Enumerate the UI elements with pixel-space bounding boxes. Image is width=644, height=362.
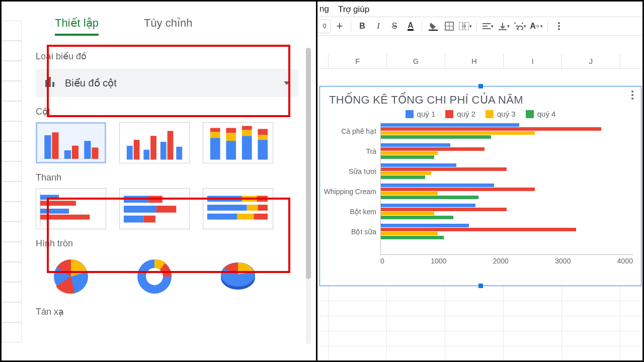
col-header-J[interactable]: J [562, 54, 620, 68]
bar [381, 147, 485, 151]
svg-rect-9 [92, 147, 98, 159]
bar [381, 196, 478, 199]
annotation-red-box-2 [47, 198, 290, 273]
chart-option-column-stacked[interactable] [203, 122, 273, 163]
editor-tabs: Thiết lập Tùy chỉnh [30, 7, 305, 39]
chart-option-column-grouped[interactable] [119, 122, 190, 163]
col-header-H[interactable]: H [445, 54, 504, 68]
bar [381, 167, 507, 171]
chart-legend: quý 1quý 2quý 3quý 4 [320, 110, 641, 118]
svg-rect-15 [168, 131, 174, 159]
empty-rows [317, 286, 642, 360]
chart-kebab-menu[interactable] [628, 89, 637, 101]
decimal-zero-button[interactable]: 0 [318, 19, 331, 33]
svg-rect-26 [258, 140, 268, 159]
menu-help[interactable]: Trợ giúp [338, 4, 369, 15]
svg-rect-19 [210, 128, 220, 132]
svg-point-67 [558, 25, 560, 27]
borders-button[interactable] [442, 19, 456, 33]
svg-rect-27 [258, 135, 268, 140]
group-scatter-label: Tán xạ [36, 306, 303, 317]
svg-rect-16 [176, 147, 182, 160]
scrollbar-thumb[interactable] [306, 48, 311, 279]
bar [381, 192, 438, 195]
tab-setup[interactable]: Thiết lập [55, 17, 99, 36]
svg-rect-8 [84, 141, 91, 159]
bar-group [381, 143, 485, 161]
chart-editor-panel: Thiết lập Tùy chỉnh Loại biểu đồ Biểu đồ… [2, 2, 317, 360]
insert-plus-button[interactable]: + [333, 19, 347, 33]
svg-rect-11 [134, 140, 140, 159]
svg-rect-10 [127, 146, 133, 160]
svg-rect-4 [44, 135, 51, 159]
legend-item: quý 1 [406, 110, 436, 118]
legend-item: quý 4 [526, 110, 556, 118]
bar [381, 155, 434, 159]
chart-selection-box[interactable]: THỐNG KÊ TỔNG CHI PHÍ CỦA NĂM quý 1quý 2… [319, 86, 641, 286]
menubar: ng Trợ giúp [317, 2, 642, 17]
bar [381, 224, 469, 227]
svg-rect-13 [150, 136, 156, 159]
bar-group [381, 184, 535, 202]
svg-rect-21 [226, 133, 236, 141]
col-header-I[interactable]: I [504, 54, 562, 68]
horizontal-align-button[interactable]: ▾ [481, 19, 495, 33]
vertical-align-button[interactable]: ▾ [497, 19, 511, 33]
svg-point-66 [558, 22, 560, 24]
y-category-label: Bột kem [320, 208, 376, 216]
col-header-partial[interactable] [317, 54, 329, 68]
svg-rect-18 [210, 132, 220, 138]
svg-rect-24 [242, 130, 252, 136]
legend-item: quý 3 [486, 110, 516, 118]
spreadsheet-area: ng Trợ giúp 0 + B I S A ▾ ▾ ▾ ▾ A▾ F G [317, 2, 642, 360]
y-category-label: Whipping Cream [320, 188, 376, 196]
merge-cells-button[interactable]: ▾ [458, 19, 472, 33]
text-rotation-button[interactable]: A▾ [529, 19, 543, 33]
bar [381, 143, 450, 147]
menu-item-partial[interactable]: ng [319, 4, 329, 14]
bar [381, 212, 434, 215]
bold-button[interactable]: B [355, 19, 369, 33]
group-bar-label: Thanh [36, 172, 303, 183]
col-header-F[interactable]: F [329, 54, 387, 68]
resize-handle-top[interactable] [478, 84, 483, 88]
y-category-label: Cà phê hạt [320, 127, 376, 135]
svg-rect-54 [429, 30, 438, 31]
bar-group [381, 224, 576, 242]
y-category-label: Bột sữa [320, 228, 376, 236]
tab-customize[interactable]: Tùy chỉnh [144, 17, 193, 36]
annotation-red-box-1 [47, 45, 290, 117]
svg-point-68 [558, 28, 560, 30]
bar [381, 135, 491, 139]
svg-rect-20 [226, 141, 236, 159]
bar [381, 123, 519, 127]
more-toolbar-button[interactable] [552, 19, 566, 33]
bar [381, 204, 475, 207]
bar [381, 175, 425, 179]
col-header-G[interactable]: G [387, 54, 445, 68]
italic-button[interactable]: I [371, 19, 385, 33]
bar [381, 236, 444, 239]
bar [381, 208, 507, 211]
svg-rect-28 [258, 129, 268, 135]
bar [381, 184, 494, 187]
svg-rect-14 [160, 142, 167, 159]
svg-rect-22 [226, 128, 236, 133]
toolbar: 0 + B I S A ▾ ▾ ▾ ▾ A▾ [317, 17, 642, 36]
bar [381, 127, 601, 131]
bar [381, 216, 453, 219]
chart-option-column-clustered[interactable] [36, 122, 106, 163]
text-color-button[interactable]: A [404, 19, 418, 33]
bar [381, 163, 456, 167]
panel-scrollbar[interactable] [306, 48, 311, 344]
chart-plot-area: 01000200030004000 Cà phê hạtTràSữa tươiW… [380, 122, 639, 268]
svg-rect-5 [52, 132, 58, 159]
svg-rect-17 [210, 138, 220, 159]
strikethrough-button[interactable]: S [387, 19, 401, 33]
chart-title: THỐNG KÊ TỔNG CHI PHÍ CỦA NĂM [320, 86, 641, 109]
bar [381, 171, 431, 175]
column-options [36, 122, 299, 163]
fill-color-button[interactable] [426, 19, 440, 33]
text-wrap-button[interactable]: ▾ [513, 19, 527, 33]
sheet-gutter [2, 21, 22, 352]
